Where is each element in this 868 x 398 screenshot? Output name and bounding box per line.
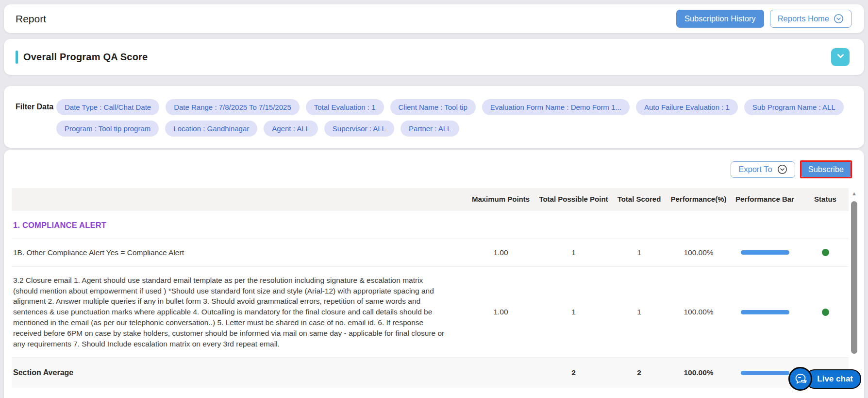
table-row: 1B. Other Compliance Alert Yes = Complia… — [12, 239, 849, 267]
filter-chip: Partner : ALL — [401, 121, 460, 137]
filter-panel: Filter Data Date Type : Call/Chat Date D… — [4, 86, 864, 148]
chat-bubble-icon — [788, 367, 812, 391]
total-scored-value: 1 — [609, 248, 669, 257]
table-toolbar: Export To Subscribe — [4, 160, 864, 178]
filter-chip: Auto Failure Evaluation : 1 — [636, 99, 738, 115]
total-possible-value: 1 — [538, 308, 609, 316]
status-cell — [802, 309, 849, 316]
section-average-label: Section Average — [12, 358, 463, 388]
live-chat-button[interactable]: Live chat — [788, 367, 861, 391]
filter-chip: Client Name : Tool tip — [390, 99, 476, 115]
status-cell — [802, 249, 849, 256]
total-scored-value: 1 — [609, 308, 669, 316]
table-header-row: Maximum Points Total Possible Point Tota… — [12, 188, 849, 210]
status-dot-green — [822, 309, 829, 316]
column-header-status: Status — [802, 195, 849, 203]
report-content-panel: Export To Subscribe Maximum Points Total… — [4, 150, 864, 398]
parameter-name: 3.2 Closure email 1. Agent should use st… — [12, 267, 463, 358]
filter-chip: Location : Gandhinagar — [165, 121, 257, 137]
reports-home-label: Reports Home — [778, 14, 829, 23]
filter-chip: Supervisor : ALL — [324, 121, 394, 137]
column-header-total-possible: Total Possible Point — [538, 195, 609, 203]
performance-bar — [741, 310, 789, 314]
chevron-down-circle-icon — [834, 14, 844, 24]
performance-bar-cell — [728, 250, 802, 255]
section-title: 1. COMPLIANCE ALERT — [13, 221, 106, 229]
subscribe-highlight-box: Subscribe — [800, 160, 852, 178]
scrollbar-up-arrow-icon[interactable]: ▲ — [851, 190, 858, 197]
subscription-history-button[interactable]: Subscription History — [676, 10, 764, 28]
total-possible-value: 2 — [538, 368, 609, 377]
max-points-value: 1.00 — [463, 308, 538, 316]
performance-bar — [741, 250, 789, 255]
column-header-performance: Performance(%) — [669, 195, 728, 203]
export-to-label: Export To — [738, 165, 772, 174]
max-points-value: 1.00 — [463, 248, 538, 257]
qa-score-table: Maximum Points Total Possible Point Tota… — [12, 188, 849, 388]
total-possible-value: 1 — [538, 248, 609, 257]
subscribe-button[interactable]: Subscribe — [801, 162, 851, 177]
performance-value: 100.00% — [669, 248, 728, 257]
column-header-max-points: Maximum Points — [463, 195, 538, 203]
export-to-button[interactable]: Export To — [731, 161, 795, 178]
filter-data-label: Filter Data — [16, 99, 56, 111]
live-chat-label: Live chat — [805, 369, 861, 389]
filter-chip: Date Range : 7/8/2025 To 7/15/2025 — [166, 99, 300, 115]
column-header-performance-bar: Performance Bar — [728, 195, 802, 203]
scrollbar-thumb[interactable] — [851, 201, 857, 354]
table-row: 3.2 Closure email 1. Agent should use st… — [12, 267, 849, 358]
filter-chips-row-2: Program : Tool tip program Location : Ga… — [56, 121, 844, 137]
filter-chips: Date Type : Call/Chat Date Date Range : … — [56, 99, 844, 137]
filter-chip: Sub Program Name : ALL — [744, 99, 844, 115]
section-header-row: 1. COMPLIANCE ALERT — [12, 210, 849, 239]
panel-collapse-button[interactable] — [831, 48, 850, 66]
column-header-total-scored: Total Scored — [609, 195, 669, 203]
panel-title: Overall Program QA Score — [23, 52, 148, 63]
filter-chip: Date Type : Call/Chat Date — [56, 99, 159, 115]
panel-accent-bar — [16, 51, 18, 64]
chevron-down-circle-icon — [777, 164, 787, 174]
performance-bar-cell — [728, 310, 802, 314]
filter-chip: Evaluation Form Name : Demo Form 1... — [482, 99, 630, 115]
performance-value: 100.00% — [669, 368, 728, 377]
parameter-name: 1B. Other Compliance Alert Yes = Complia… — [12, 239, 463, 266]
filter-chip: Agent : ALL — [264, 121, 318, 137]
chevron-down-icon — [836, 52, 845, 62]
qa-score-panel-header: Overall Program QA Score — [4, 39, 864, 75]
report-header-bar: Report Subscription History Reports Home — [4, 4, 864, 33]
performance-bar — [741, 371, 789, 375]
reports-home-button[interactable]: Reports Home — [770, 10, 851, 28]
status-dot-green — [822, 249, 829, 256]
page-title: Report — [16, 13, 46, 25]
filter-chips-row-1: Date Type : Call/Chat Date Date Range : … — [56, 99, 844, 115]
filter-chip: Total Evaluation : 1 — [306, 99, 384, 115]
performance-value: 100.00% — [669, 308, 728, 316]
total-scored-value: 2 — [609, 368, 669, 377]
filter-chip: Program : Tool tip program — [56, 121, 159, 137]
section-average-row: Section Average 2 2 100.00% — [12, 358, 849, 388]
